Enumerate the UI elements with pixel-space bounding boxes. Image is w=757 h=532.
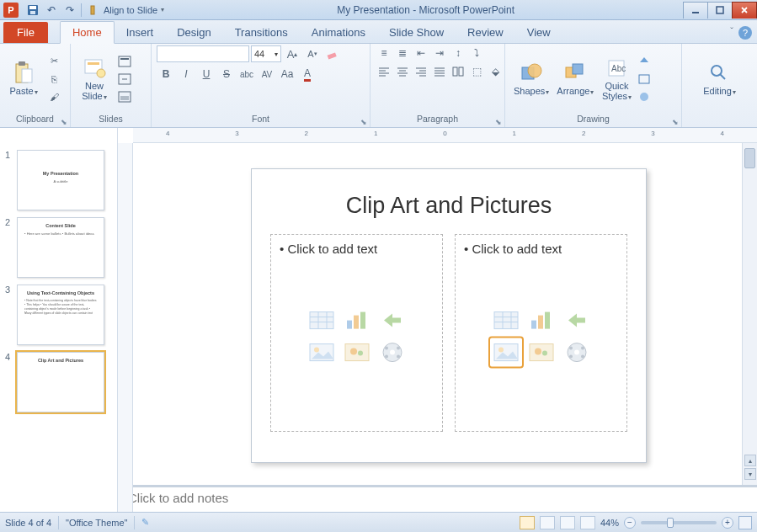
format-painter-icon[interactable]: 🖌 [45, 89, 62, 104]
close-button[interactable] [732, 2, 757, 19]
strike-button[interactable]: S [217, 66, 236, 82]
tab-file[interactable]: File [3, 22, 48, 43]
underline-button[interactable]: U [197, 66, 216, 82]
justify-icon[interactable] [431, 64, 448, 79]
reading-view-icon[interactable] [560, 516, 575, 529]
arrange-button[interactable]: Arrange [553, 59, 597, 98]
align-right-icon[interactable] [413, 64, 429, 79]
shadow-button[interactable]: abc [237, 66, 256, 82]
qat-dropdown-icon[interactable]: ▾ [161, 6, 164, 13]
zoom-slider-thumb[interactable] [667, 518, 674, 528]
maximize-button[interactable] [707, 2, 733, 19]
italic-button[interactable]: I [177, 66, 195, 82]
font-color-icon[interactable]: A [298, 66, 317, 82]
inc-indent-icon[interactable]: ⇥ [431, 45, 448, 61]
launcher-icon[interactable]: ⬊ [360, 118, 367, 126]
insert-clipart-icon[interactable] [341, 338, 373, 366]
align-text-icon[interactable]: ⬚ [468, 64, 485, 79]
slideshow-view-icon[interactable] [580, 516, 595, 529]
section-icon[interactable] [116, 89, 133, 104]
shrink-font-icon[interactable]: A▾ [303, 45, 322, 62]
launcher-icon[interactable]: ⬊ [495, 118, 502, 126]
spellcheck-icon[interactable]: ✎ [141, 517, 149, 528]
zoom-slider[interactable] [641, 521, 717, 524]
next-slide-icon[interactable]: ▾ [744, 468, 756, 480]
shape-outline-icon[interactable] [636, 72, 653, 87]
cut-icon[interactable]: ✂ [45, 54, 62, 69]
dec-indent-icon[interactable]: ⇤ [413, 45, 429, 61]
tab-design[interactable]: Design [165, 22, 222, 43]
help-icon[interactable]: ? [738, 26, 752, 40]
tab-review[interactable]: Review [456, 22, 515, 43]
notes-pane[interactable]: Click to add notes [118, 485, 757, 512]
insert-table-icon[interactable] [306, 306, 338, 334]
prev-slide-icon[interactable]: ▴ [744, 455, 756, 466]
launcher-icon[interactable]: ⬊ [672, 118, 679, 126]
paste-button[interactable]: Paste [5, 59, 42, 98]
thumbnail-4[interactable]: 4 Clip Art and Pictures [0, 348, 117, 416]
font-name-selector[interactable] [157, 45, 249, 62]
tab-view[interactable]: View [515, 22, 562, 43]
clear-format-icon[interactable] [323, 45, 342, 62]
insert-chart-icon[interactable] [341, 306, 373, 334]
new-slide-button[interactable]: NewSlide [76, 54, 113, 103]
editing-button[interactable]: Editing [700, 59, 739, 98]
smartart-icon[interactable]: ⬙ [487, 64, 504, 79]
insert-table-icon[interactable] [490, 306, 522, 334]
minimize-button[interactable] [683, 2, 708, 19]
undo-icon[interactable]: ↶ [44, 3, 59, 18]
insert-picture-icon[interactable] [306, 338, 338, 366]
slide-canvas[interactable]: Clip Art and Pictures Click to add text [133, 143, 757, 485]
bold-button[interactable]: B [157, 66, 175, 82]
insert-smartart-icon[interactable] [561, 306, 593, 334]
vertical-scrollbar[interactable]: ▴ ▾ [742, 143, 757, 485]
zoom-in-button[interactable]: + [722, 517, 733, 529]
shape-effects-icon[interactable] [636, 89, 653, 104]
layout-icon[interactable] [116, 54, 133, 69]
insert-clipart-icon[interactable] [525, 338, 557, 366]
redo-icon[interactable]: ↷ [62, 3, 77, 18]
grow-font-icon[interactable]: A▴ [283, 45, 301, 62]
tab-home[interactable]: Home [60, 21, 115, 44]
thumbnail-1[interactable]: 1 My PresentationA subtitle [0, 146, 117, 214]
zoom-out-button[interactable]: − [624, 517, 636, 529]
columns-icon[interactable] [450, 64, 466, 79]
fit-to-window-icon[interactable] [738, 516, 752, 529]
normal-view-icon[interactable] [520, 516, 535, 529]
align-left-icon[interactable] [376, 64, 392, 79]
line-spacing-icon[interactable]: ↕ [450, 45, 466, 61]
zoom-percent[interactable]: 44% [600, 518, 619, 528]
bullets-icon[interactable]: ≡ [376, 45, 392, 61]
insert-media-icon[interactable] [561, 338, 593, 366]
minimize-ribbon-icon[interactable]: ˇ [730, 26, 733, 40]
tab-transitions[interactable]: Transitions [223, 22, 300, 43]
change-case-icon[interactable]: Aa [278, 66, 296, 82]
scrollbar-thumb[interactable] [744, 148, 755, 168]
content-placeholder-left[interactable]: Click to add text [270, 234, 443, 432]
tab-slideshow[interactable]: Slide Show [377, 22, 456, 43]
slide-title[interactable]: Clip Art and Pictures [270, 193, 627, 219]
insert-smartart-icon[interactable] [376, 306, 408, 334]
char-spacing-icon[interactable]: AV [258, 66, 276, 82]
align-center-icon[interactable] [394, 64, 411, 79]
sorter-view-icon[interactable] [540, 516, 555, 529]
shapes-button[interactable]: Shapes [510, 59, 552, 98]
shape-fill-icon[interactable] [636, 54, 653, 69]
save-icon[interactable] [25, 3, 40, 18]
tab-animations[interactable]: Animations [300, 22, 377, 43]
reset-icon[interactable] [116, 72, 133, 87]
thumbnail-2[interactable]: 2 Content Slide• Here are some bullets •… [0, 214, 117, 281]
font-size-selector[interactable]: 44▾ [251, 45, 281, 62]
align-icon[interactable] [85, 3, 100, 18]
insert-chart-icon[interactable] [525, 306, 557, 334]
insert-media-icon[interactable] [376, 338, 408, 366]
launcher-icon[interactable]: ⬊ [61, 118, 67, 126]
copy-icon[interactable]: ⎘ [45, 72, 62, 87]
tab-insert[interactable]: Insert [115, 22, 166, 43]
text-direction-icon[interactable]: ⤵ [468, 45, 485, 61]
thumbnail-3[interactable]: 3 Using Text-Containing Objects• Note th… [0, 281, 117, 348]
content-placeholder-right[interactable]: Click to add text Insert Picture from Fi… [455, 234, 627, 432]
insert-picture-icon[interactable] [490, 338, 522, 366]
quick-styles-button[interactable]: Abc QuickStyles [598, 54, 635, 103]
numbering-icon[interactable]: ≣ [394, 45, 411, 61]
